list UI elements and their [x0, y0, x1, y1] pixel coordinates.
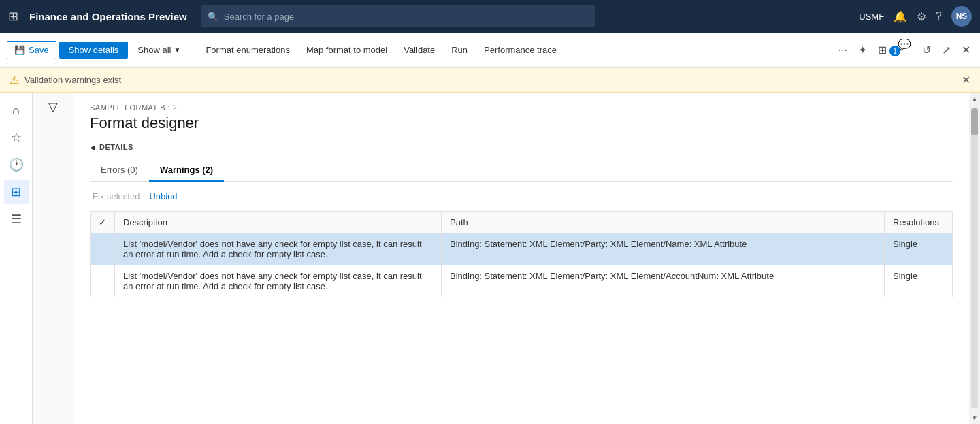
details-label: DETAILS [99, 143, 133, 151]
left-sidebar: ⌂ ☆ 🕐 ⊞ ☰ [0, 93, 33, 424]
sidebar-workspaces-icon[interactable]: ⊞ [4, 180, 29, 204]
scrollbar-panel: ▲ ▼ [969, 93, 980, 424]
open-new-window-icon[interactable]: ↗ [939, 41, 953, 59]
tab-warnings[interactable]: Warnings (2) [149, 159, 224, 182]
details-section: ◀ DETAILS Errors (0) Warnings (2) Fix se… [74, 137, 969, 303]
scrollbar-up-button[interactable]: ▲ [968, 93, 980, 105]
row-description-2: List 'model/Vendor' does not have any ch… [115, 265, 442, 297]
more-options-icon[interactable]: ··· [836, 42, 850, 59]
sidebar-recent-icon[interactable]: 🕐 [4, 152, 29, 177]
row-path-2: Binding: Statement: XML Element/Party: X… [442, 265, 885, 297]
tab-errors[interactable]: Errors (0) [90, 159, 149, 182]
table-header-resolutions: Resolutions [885, 212, 953, 233]
scrollbar-track[interactable] [971, 108, 978, 408]
row-resolution-1: Single [885, 233, 953, 265]
notification-badge-wrapper: 💬 1 [895, 38, 914, 62]
row-description-1: List 'model/Vendor' does not have any ch… [115, 233, 442, 265]
toolbar-right: ··· ✦ ⊞ 💬 1 ↺ ↗ ✕ [836, 38, 973, 62]
show-all-button[interactable]: Show all ▼ [131, 42, 187, 59]
grid-menu-icon[interactable]: ⊞ [8, 9, 18, 24]
separator-1 [193, 41, 193, 60]
performance-trace-button[interactable]: Performance trace [477, 42, 564, 59]
page-subtitle: SAMPLE FORMAT B : 2 [90, 103, 953, 112]
table-header-check: ✓ [91, 212, 115, 233]
close-icon[interactable]: ✕ [959, 41, 973, 59]
table-header-path: Path [442, 212, 885, 233]
pin-icon[interactable]: ✦ [855, 41, 870, 59]
map-format-button[interactable]: Map format to model [299, 42, 394, 59]
main-layout: ⌂ ☆ 🕐 ⊞ ☰ ▽ SAMPLE FORMAT B : 2 Format d… [0, 93, 980, 424]
toolbar: 💾 Save Show details Show all ▼ Format en… [0, 33, 980, 68]
warning-text: Validation warnings exist [24, 75, 121, 85]
content-area: SAMPLE FORMAT B : 2 Format designer ◀ DE… [74, 93, 969, 424]
org-label: USMF [859, 12, 884, 22]
top-navigation: ⊞ Finance and Operations Preview 🔍 USMF … [0, 0, 980, 33]
user-avatar[interactable]: NS [951, 6, 972, 27]
app-title: Finance and Operations Preview [29, 11, 187, 22]
filter-panel: ▽ [33, 93, 74, 424]
page-header: SAMPLE FORMAT B : 2 Format designer [74, 93, 969, 137]
help-icon[interactable]: ? [936, 10, 942, 22]
sidebar-favorites-icon[interactable]: ☆ [4, 125, 29, 150]
expand-icon[interactable]: ⊞ [875, 41, 889, 59]
show-details-button[interactable]: Show details [59, 42, 129, 59]
details-header[interactable]: ◀ DETAILS [90, 143, 953, 151]
filter-icon[interactable]: ▽ [48, 99, 58, 114]
row-resolution-2: Single [885, 265, 953, 297]
scrollbar-down-button[interactable]: ▼ [968, 411, 980, 424]
validate-button[interactable]: Validate [397, 42, 442, 59]
sidebar-list-icon[interactable]: ☰ [4, 207, 29, 231]
search-icon: 🔍 [208, 12, 218, 22]
table-row[interactable]: List 'model/Vendor' does not have any ch… [91, 233, 953, 265]
chevron-down-icon: ▼ [174, 46, 181, 54]
row-path-1: Binding: Statement: XML Element/Party: X… [442, 233, 885, 265]
settings-icon[interactable]: ⚙ [917, 10, 926, 23]
refresh-icon[interactable]: ↺ [919, 41, 934, 59]
details-collapse-icon: ◀ [90, 144, 95, 151]
notification-icon[interactable]: 🔔 [894, 10, 907, 23]
row-checkbox-2[interactable] [91, 265, 115, 297]
warnings-table: ✓ Description Path Resolutions List 'mod… [90, 211, 953, 297]
table-header-description: Description [115, 212, 442, 233]
warning-icon: ⚠ [10, 74, 19, 86]
save-icon: 💾 [14, 45, 25, 55]
format-enumerations-button[interactable]: Format enumerations [199, 42, 297, 59]
fix-selected-button[interactable]: Fix selected [93, 191, 140, 201]
run-button[interactable]: Run [444, 42, 474, 59]
search-input[interactable] [224, 12, 589, 22]
search-box[interactable]: 🔍 [201, 5, 595, 27]
unbind-button[interactable]: Unbind [149, 191, 177, 201]
notification-badge: 1 [889, 46, 900, 56]
warning-banner: ⚠ Validation warnings exist ✕ [0, 68, 980, 93]
page-title: Format designer [90, 114, 953, 132]
sidebar-home-icon[interactable]: ⌂ [4, 98, 29, 123]
tabs-row: Errors (0) Warnings (2) [90, 159, 953, 182]
actions-row: Fix selected Unbind [90, 191, 953, 201]
scrollbar-thumb [971, 108, 978, 135]
row-checkbox-1[interactable] [91, 233, 115, 265]
warning-close-button[interactable]: ✕ [962, 74, 970, 86]
save-button[interactable]: 💾 Save [7, 41, 56, 59]
top-nav-right: USMF 🔔 ⚙ ? NS [859, 6, 972, 27]
table-row[interactable]: List 'model/Vendor' does not have any ch… [91, 265, 953, 297]
